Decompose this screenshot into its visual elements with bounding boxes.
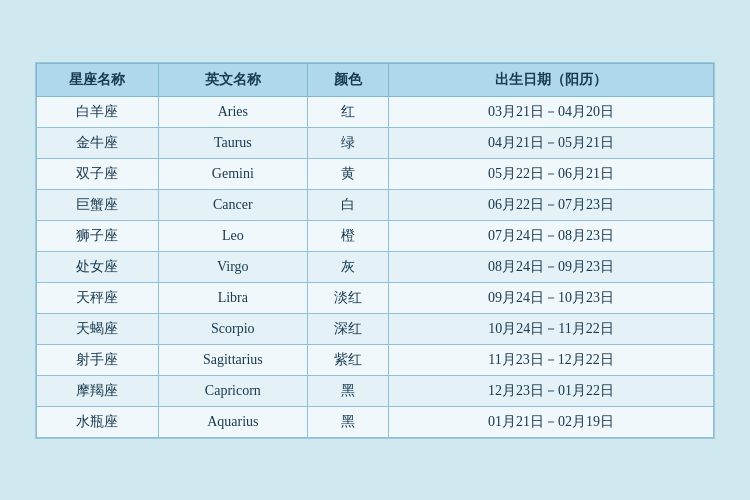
cell-date: 07月24日－08月23日	[389, 220, 714, 251]
cell-chinese: 水瓶座	[37, 406, 159, 437]
cell-color: 深红	[307, 313, 388, 344]
cell-date: 09月24日－10月23日	[389, 282, 714, 313]
cell-date: 10月24日－11月22日	[389, 313, 714, 344]
cell-chinese: 摩羯座	[37, 375, 159, 406]
cell-english: Taurus	[158, 127, 307, 158]
cell-english: Aries	[158, 96, 307, 127]
cell-english: Aquarius	[158, 406, 307, 437]
cell-chinese: 巨蟹座	[37, 189, 159, 220]
table-row: 处女座Virgo灰08月24日－09月23日	[37, 251, 714, 282]
table-row: 双子座Gemini黄05月22日－06月21日	[37, 158, 714, 189]
cell-chinese: 天蝎座	[37, 313, 159, 344]
cell-color: 白	[307, 189, 388, 220]
table-row: 狮子座Leo橙07月24日－08月23日	[37, 220, 714, 251]
cell-english: Cancer	[158, 189, 307, 220]
cell-chinese: 双子座	[37, 158, 159, 189]
cell-date: 01月21日－02月19日	[389, 406, 714, 437]
cell-date: 04月21日－05月21日	[389, 127, 714, 158]
cell-chinese: 处女座	[37, 251, 159, 282]
cell-color: 黑	[307, 375, 388, 406]
cell-chinese: 白羊座	[37, 96, 159, 127]
table-row: 天蝎座Scorpio深红10月24日－11月22日	[37, 313, 714, 344]
cell-color: 红	[307, 96, 388, 127]
cell-color: 淡红	[307, 282, 388, 313]
cell-date: 03月21日－04月20日	[389, 96, 714, 127]
header-chinese-name: 星座名称	[37, 63, 159, 96]
table-header-row: 星座名称 英文名称 颜色 出生日期（阳历）	[37, 63, 714, 96]
cell-date: 08月24日－09月23日	[389, 251, 714, 282]
table-row: 金牛座Taurus绿04月21日－05月21日	[37, 127, 714, 158]
zodiac-table-container: 星座名称 英文名称 颜色 出生日期（阳历） 白羊座Aries红03月21日－04…	[35, 62, 715, 439]
cell-color: 黑	[307, 406, 388, 437]
table-row: 白羊座Aries红03月21日－04月20日	[37, 96, 714, 127]
cell-english: Gemini	[158, 158, 307, 189]
zodiac-table: 星座名称 英文名称 颜色 出生日期（阳历） 白羊座Aries红03月21日－04…	[36, 63, 714, 438]
cell-date: 11月23日－12月22日	[389, 344, 714, 375]
cell-color: 绿	[307, 127, 388, 158]
cell-date: 12月23日－01月22日	[389, 375, 714, 406]
header-english-name: 英文名称	[158, 63, 307, 96]
table-row: 天秤座Libra淡红09月24日－10月23日	[37, 282, 714, 313]
cell-chinese: 狮子座	[37, 220, 159, 251]
header-color: 颜色	[307, 63, 388, 96]
cell-english: Virgo	[158, 251, 307, 282]
cell-color: 灰	[307, 251, 388, 282]
cell-color: 紫红	[307, 344, 388, 375]
header-date-range: 出生日期（阳历）	[389, 63, 714, 96]
cell-date: 06月22日－07月23日	[389, 189, 714, 220]
cell-color: 橙	[307, 220, 388, 251]
cell-chinese: 天秤座	[37, 282, 159, 313]
cell-english: Scorpio	[158, 313, 307, 344]
cell-color: 黄	[307, 158, 388, 189]
cell-date: 05月22日－06月21日	[389, 158, 714, 189]
table-row: 水瓶座Aquarius黑01月21日－02月19日	[37, 406, 714, 437]
table-row: 射手座Sagittarius紫红11月23日－12月22日	[37, 344, 714, 375]
cell-english: Leo	[158, 220, 307, 251]
table-body: 白羊座Aries红03月21日－04月20日金牛座Taurus绿04月21日－0…	[37, 96, 714, 437]
cell-chinese: 射手座	[37, 344, 159, 375]
table-row: 摩羯座Capricorn黑12月23日－01月22日	[37, 375, 714, 406]
cell-chinese: 金牛座	[37, 127, 159, 158]
cell-english: Capricorn	[158, 375, 307, 406]
table-row: 巨蟹座Cancer白06月22日－07月23日	[37, 189, 714, 220]
cell-english: Libra	[158, 282, 307, 313]
cell-english: Sagittarius	[158, 344, 307, 375]
